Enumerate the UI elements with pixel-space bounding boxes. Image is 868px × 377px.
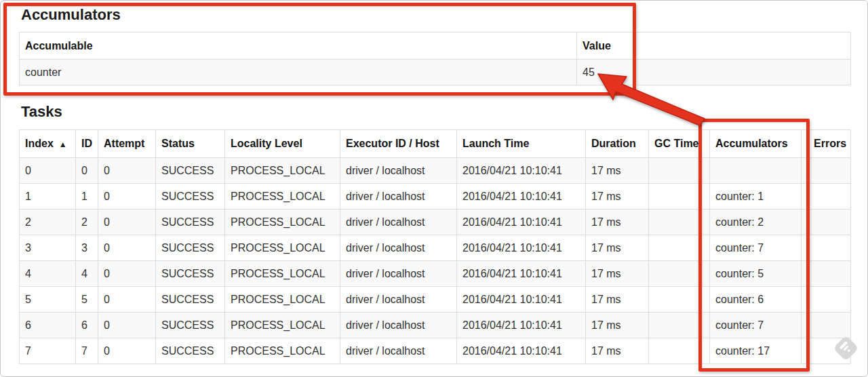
task-cell-duration: 17 ms xyxy=(586,235,649,261)
task-cell-duration: 17 ms xyxy=(586,261,649,287)
task-cell-index: 1 xyxy=(20,184,76,210)
task-cell-attempt: 0 xyxy=(98,184,156,210)
column-label: Index xyxy=(25,138,54,149)
task-cell-errors xyxy=(802,210,851,235)
column-label: GC Time xyxy=(654,138,699,149)
task-row: 660SUCCESSPROCESS_LOCALdriver / localhos… xyxy=(20,313,851,338)
accumulable-row: counter45 xyxy=(20,60,851,85)
task-cell-executor_id_host: driver / localhost xyxy=(340,261,457,287)
task-cell-gc_time xyxy=(649,184,710,210)
task-cell-locality_level: PROCESS_LOCAL xyxy=(225,338,340,364)
task-cell-index: 2 xyxy=(20,210,76,235)
task-cell-locality_level: PROCESS_LOCAL xyxy=(225,313,340,338)
task-row: 000SUCCESSPROCESS_LOCALdriver / localhos… xyxy=(20,158,851,184)
task-cell-status: SUCCESS xyxy=(156,184,225,210)
task-cell-id: 6 xyxy=(76,313,98,338)
tasks-table: Index▲IDAttemptStatusLocality LevelExecu… xyxy=(19,130,851,364)
task-cell-index: 5 xyxy=(20,287,76,313)
task-cell-index: 3 xyxy=(20,235,76,261)
task-cell-duration: 17 ms xyxy=(586,338,649,364)
accumulators-table: Accumulable Value counter45 xyxy=(19,32,851,85)
task-cell-index: 0 xyxy=(20,158,76,184)
task-cell-locality_level: PROCESS_LOCAL xyxy=(225,287,340,313)
task-cell-accumulators: counter: 5 xyxy=(710,261,802,287)
tasks-col-header-index[interactable]: Index▲ xyxy=(20,130,76,158)
task-cell-accumulators: counter: 17 xyxy=(710,338,802,364)
task-cell-errors xyxy=(802,287,851,313)
task-cell-gc_time xyxy=(649,287,710,313)
column-label: Launch Time xyxy=(462,138,529,149)
tasks-col-header-id[interactable]: ID xyxy=(76,130,98,158)
accumulators-heading: Accumulators xyxy=(21,7,849,23)
tasks-col-header-status[interactable]: Status xyxy=(156,130,225,158)
task-cell-id: 3 xyxy=(76,235,98,261)
task-cell-index: 7 xyxy=(20,338,76,364)
task-cell-status: SUCCESS xyxy=(156,235,225,261)
tasks-header-row: Index▲IDAttemptStatusLocality LevelExecu… xyxy=(20,130,851,158)
task-cell-executor_id_host: driver / localhost xyxy=(340,158,457,184)
task-cell-attempt: 0 xyxy=(98,261,156,287)
accumulable-cell-value: 45 xyxy=(577,60,851,85)
task-cell-id: 4 xyxy=(76,261,98,287)
tasks-heading: Tasks xyxy=(21,104,849,120)
accumulators-col-header-accumulable[interactable]: Accumulable xyxy=(20,33,577,60)
tasks-col-header-launch_time[interactable]: Launch Time xyxy=(457,130,586,158)
task-cell-index: 4 xyxy=(20,261,76,287)
tasks-col-header-gc_time[interactable]: GC Time xyxy=(649,130,710,158)
tasks-col-header-attempt[interactable]: Attempt xyxy=(98,130,156,158)
task-cell-status: SUCCESS xyxy=(156,313,225,338)
task-cell-executor_id_host: driver / localhost xyxy=(340,287,457,313)
task-cell-locality_level: PROCESS_LOCAL xyxy=(225,184,340,210)
task-cell-duration: 17 ms xyxy=(586,158,649,184)
task-cell-gc_time xyxy=(649,261,710,287)
task-cell-duration: 17 ms xyxy=(586,313,649,338)
tasks-col-header-accumulators[interactable]: Accumulators xyxy=(710,130,802,158)
task-cell-launch_time: 2016/04/21 10:10:41 xyxy=(457,261,586,287)
task-cell-errors xyxy=(802,235,851,261)
task-cell-status: SUCCESS xyxy=(156,158,225,184)
column-label: Value xyxy=(583,40,611,52)
accumulators-table-body: counter45 xyxy=(20,60,851,85)
task-cell-attempt: 0 xyxy=(98,338,156,364)
task-cell-launch_time: 2016/04/21 10:10:41 xyxy=(457,287,586,313)
task-row: 440SUCCESSPROCESS_LOCALdriver / localhos… xyxy=(20,261,851,287)
task-cell-launch_time: 2016/04/21 10:10:41 xyxy=(457,313,586,338)
task-cell-launch_time: 2016/04/21 10:10:41 xyxy=(457,235,586,261)
task-cell-accumulators xyxy=(710,158,802,184)
tasks-col-header-errors[interactable]: Errors xyxy=(802,130,851,158)
task-cell-attempt: 0 xyxy=(98,158,156,184)
task-cell-status: SUCCESS xyxy=(156,287,225,313)
column-label: Accumulable xyxy=(25,40,93,52)
task-cell-locality_level: PROCESS_LOCAL xyxy=(225,158,340,184)
page-content: Accumulators Accumulable Value counter45… xyxy=(1,1,867,364)
column-label: ID xyxy=(81,138,92,149)
column-label: Accumulators xyxy=(715,138,788,149)
accumulators-col-header-value[interactable]: Value xyxy=(577,33,851,60)
task-cell-status: SUCCESS xyxy=(156,210,225,235)
task-cell-executor_id_host: driver / localhost xyxy=(340,210,457,235)
task-cell-id: 1 xyxy=(76,184,98,210)
column-label: Executor ID / Host xyxy=(346,138,439,149)
task-cell-executor_id_host: driver / localhost xyxy=(340,184,457,210)
task-cell-index: 6 xyxy=(20,313,76,338)
tasks-col-header-executor_id_host[interactable]: Executor ID / Host xyxy=(340,130,457,158)
task-cell-status: SUCCESS xyxy=(156,338,225,364)
task-cell-id: 5 xyxy=(76,287,98,313)
task-cell-id: 7 xyxy=(76,338,98,364)
task-cell-errors xyxy=(802,313,851,338)
task-cell-accumulators: counter: 6 xyxy=(710,287,802,313)
tasks-col-header-duration[interactable]: Duration xyxy=(586,130,649,158)
task-cell-executor_id_host: driver / localhost xyxy=(340,313,457,338)
column-label: Duration xyxy=(591,138,636,149)
task-cell-attempt: 0 xyxy=(98,287,156,313)
task-cell-locality_level: PROCESS_LOCAL xyxy=(225,210,340,235)
task-cell-launch_time: 2016/04/21 10:10:41 xyxy=(457,158,586,184)
task-cell-accumulators: counter: 2 xyxy=(710,210,802,235)
task-cell-launch_time: 2016/04/21 10:10:41 xyxy=(457,338,586,364)
tasks-col-header-locality_level[interactable]: Locality Level xyxy=(225,130,340,158)
task-row: 770SUCCESSPROCESS_LOCALdriver / localhos… xyxy=(20,338,851,364)
stamp-dot xyxy=(847,349,851,353)
task-row: 330SUCCESSPROCESS_LOCALdriver / localhos… xyxy=(20,235,851,261)
task-cell-id: 2 xyxy=(76,210,98,235)
task-cell-launch_time: 2016/04/21 10:10:41 xyxy=(457,184,586,210)
